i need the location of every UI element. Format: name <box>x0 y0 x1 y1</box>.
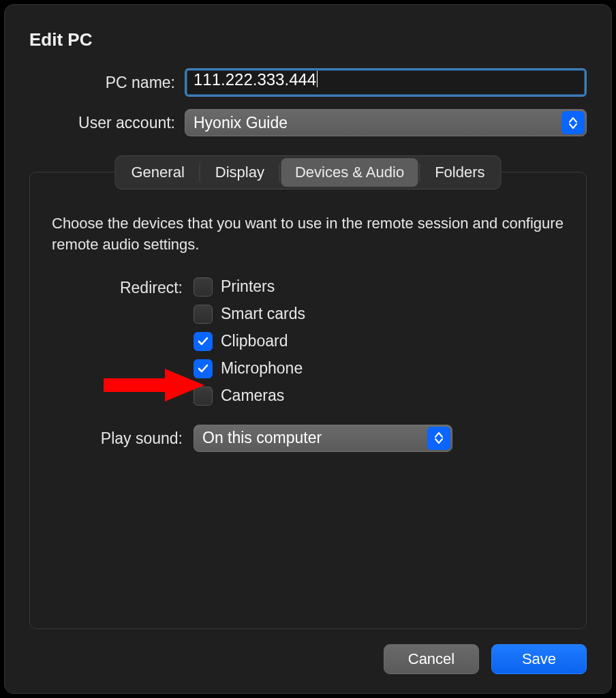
tab-separator <box>419 164 420 181</box>
clipboard-label: Clipboard <box>221 332 288 350</box>
printers-label: Printers <box>221 277 275 296</box>
printers-checkbox[interactable] <box>194 277 213 297</box>
user-account-value: Hyonix Guide <box>194 114 288 132</box>
chevron-up-down-icon <box>561 111 585 134</box>
redirect-printers[interactable]: Printers <box>194 277 305 297</box>
window-title: Edit PC <box>29 29 587 50</box>
smartcards-label: Smart cards <box>221 305 305 323</box>
cancel-button[interactable]: Cancel <box>384 644 479 674</box>
tab-devices-audio[interactable]: Devices & Audio <box>281 158 418 187</box>
edit-pc-window: Edit PC PC name: 111.222.333.444 User ac… <box>4 4 612 694</box>
tab-general[interactable]: General <box>118 158 198 187</box>
devices-audio-panel: Choose the devices that you want to use … <box>29 172 587 629</box>
dialog-footer: Cancel Save <box>29 644 587 674</box>
user-account-row: User account: Hyonix Guide <box>29 109 587 136</box>
chevron-up-down-icon <box>427 427 450 450</box>
redirect-cameras[interactable]: Cameras <box>194 386 305 406</box>
play-sound-label: Play sound: <box>52 428 194 448</box>
text-caret-icon <box>317 71 318 87</box>
redirect-list: Printers Smart cards Clipboard <box>194 277 305 406</box>
redirect-row: Redirect: Printers Smart cards <box>52 277 564 406</box>
tab-separator <box>279 164 280 181</box>
tab-display[interactable]: Display <box>202 158 278 187</box>
cameras-label: Cameras <box>221 386 284 405</box>
pc-name-value: 111.222.333.444 <box>194 70 316 89</box>
microphone-label: Microphone <box>221 359 303 378</box>
play-sound-select[interactable]: On this computer <box>194 425 452 452</box>
tab-strip: General Display Devices & Audio Folders <box>115 155 502 189</box>
tab-separator <box>200 164 200 181</box>
save-button[interactable]: Save <box>491 644 587 674</box>
redirect-label: Redirect: <box>52 277 194 297</box>
microphone-checkbox[interactable] <box>194 359 213 378</box>
redirect-clipboard[interactable]: Clipboard <box>194 332 305 351</box>
clipboard-checkbox[interactable] <box>194 332 213 351</box>
pc-name-label: PC name: <box>29 74 185 92</box>
tabs-frame: General Display Devices & Audio Folders … <box>29 172 587 629</box>
smartcards-checkbox[interactable] <box>194 305 213 324</box>
user-account-select[interactable]: Hyonix Guide <box>185 109 587 136</box>
pc-name-row: PC name: 111.222.333.444 <box>29 68 587 97</box>
panel-description: Choose the devices that you want to use … <box>52 213 564 256</box>
redirect-microphone[interactable]: Microphone <box>194 359 305 378</box>
user-account-label: User account: <box>29 114 185 132</box>
cameras-checkbox[interactable] <box>194 386 213 406</box>
play-sound-row: Play sound: On this computer <box>52 425 564 452</box>
play-sound-value: On this computer <box>202 429 322 447</box>
redirect-smartcards[interactable]: Smart cards <box>194 305 305 324</box>
tab-folders[interactable]: Folders <box>421 158 498 187</box>
pc-name-input[interactable]: 111.222.333.444 <box>185 68 587 97</box>
